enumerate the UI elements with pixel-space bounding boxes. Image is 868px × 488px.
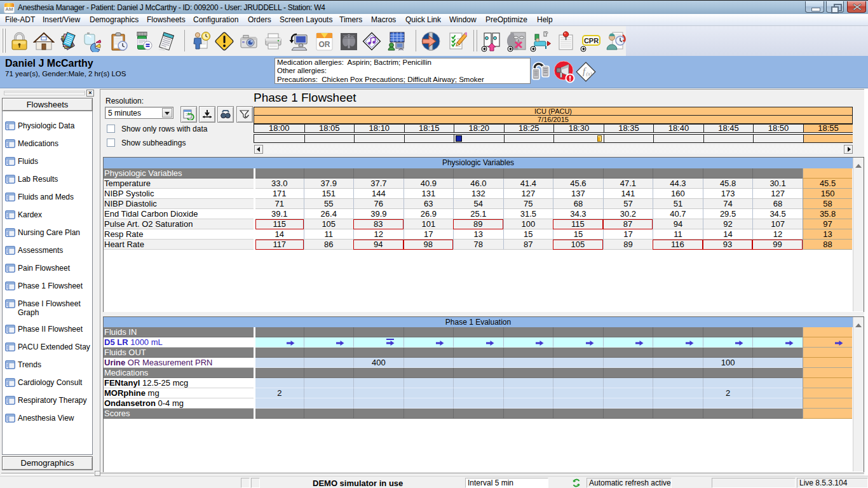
svg-text:(x): (x) (587, 71, 592, 77)
svg-text:CPR: CPR (584, 37, 599, 44)
svg-text:OR: OR (319, 40, 330, 49)
